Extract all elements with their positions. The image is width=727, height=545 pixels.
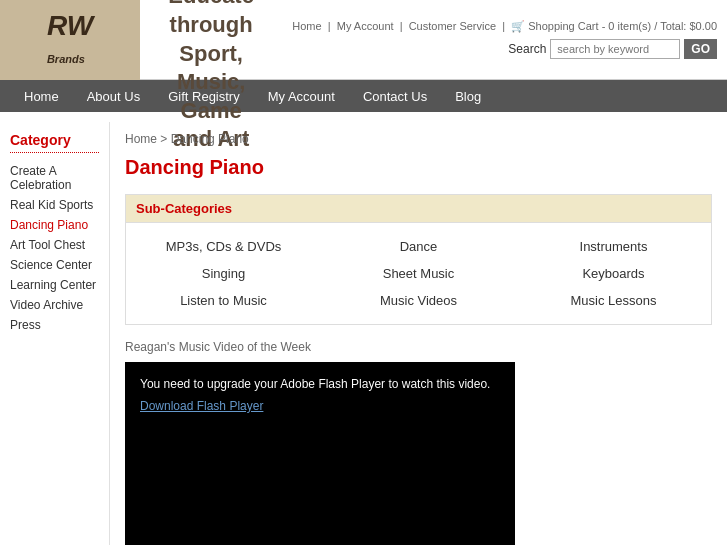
- search-go-button[interactable]: GO: [684, 39, 717, 59]
- subcategories-box: Sub-Categories MP3s, CDs & DVDs Dance In…: [125, 194, 712, 325]
- home-link[interactable]: Home: [292, 20, 321, 32]
- page-title: Dancing Piano: [125, 156, 712, 179]
- main-content: Home > Dancing Piano Dancing Piano Sub-C…: [110, 122, 727, 545]
- nav-home[interactable]: Home: [10, 80, 73, 112]
- sidebar-link-video-archive[interactable]: Video Archive: [10, 295, 99, 315]
- search-label: Search: [508, 42, 546, 56]
- sidebar-link-dancing-piano[interactable]: Dancing Piano: [10, 215, 99, 235]
- subcat-keyboards[interactable]: Keyboards: [516, 260, 711, 287]
- top-right: Home | My Account | Customer Service | 🛒…: [282, 12, 727, 67]
- cart-items: 0 item(s): [608, 20, 651, 32]
- sidebar-link-art-tool-chest[interactable]: Art Tool Chest: [10, 235, 99, 255]
- sidebar-link-science-center[interactable]: Science Center: [10, 255, 99, 275]
- subcategories-header: Sub-Categories: [126, 195, 711, 223]
- sidebar-link-press[interactable]: Press: [10, 315, 99, 335]
- sidebar-link-real-kid-sports[interactable]: Real Kid Sports: [10, 195, 99, 215]
- top-links: Home | My Account | Customer Service | 🛒…: [292, 20, 717, 33]
- sidebar-category-title: Category: [10, 132, 99, 153]
- sidebar-link-create-a-celebration[interactable]: Create A Celebration: [10, 161, 99, 195]
- subcat-music-lessons[interactable]: Music Lessons: [516, 287, 711, 314]
- flash-player-box: You need to upgrade your Adobe Flash Pla…: [125, 362, 515, 545]
- subcat-singing[interactable]: Singing: [126, 260, 321, 287]
- cart-total: Total: $0.00: [660, 20, 717, 32]
- reagan-title: Reagan's Music Video of the Week: [125, 340, 712, 354]
- subcat-instruments[interactable]: Instruments: [516, 233, 711, 260]
- logo-text: RWBrands: [47, 12, 93, 68]
- subcat-listen-to-music[interactable]: Listen to Music: [126, 287, 321, 314]
- breadcrumb-current: Dancing Piano: [171, 132, 249, 146]
- breadcrumb: Home > Dancing Piano: [125, 132, 712, 146]
- logo: RWBrands: [0, 0, 140, 80]
- navbar: Home About Us Gift Registry My Account C…: [0, 80, 727, 112]
- flash-download-link[interactable]: Download Flash Player: [140, 399, 500, 413]
- flash-upgrade-message: You need to upgrade your Adobe Flash Pla…: [140, 377, 500, 391]
- cart-icon: 🛒: [511, 20, 525, 32]
- my-account-link[interactable]: My Account: [337, 20, 394, 32]
- nav-contact-us[interactable]: Contact Us: [349, 80, 441, 112]
- breadcrumb-home[interactable]: Home: [125, 132, 157, 146]
- video-section: Reagan's Music Video of the Week You nee…: [125, 340, 712, 545]
- subcat-sheet-music[interactable]: Sheet Music: [321, 260, 516, 287]
- nav-my-account[interactable]: My Account: [254, 80, 349, 112]
- subcategories-grid: MP3s, CDs & DVDs Dance Instruments Singi…: [126, 223, 711, 324]
- nav-blog[interactable]: Blog: [441, 80, 495, 112]
- nav-gift-registry[interactable]: Gift Registry: [154, 80, 254, 112]
- subcat-mp3s[interactable]: MP3s, CDs & DVDs: [126, 233, 321, 260]
- cart-label: Shopping Cart -: [528, 20, 605, 32]
- search-input[interactable]: [550, 39, 680, 59]
- sidebar-link-learning-center[interactable]: Learning Center: [10, 275, 99, 295]
- sidebar: Category Create A Celebration Real Kid S…: [0, 122, 110, 545]
- subcat-dance[interactable]: Dance: [321, 233, 516, 260]
- breadcrumb-separator: >: [160, 132, 170, 146]
- subcat-music-videos[interactable]: Music Videos: [321, 287, 516, 314]
- search-row: Search GO: [508, 39, 717, 59]
- customer-service-link[interactable]: Customer Service: [409, 20, 496, 32]
- nav-about-us[interactable]: About Us: [73, 80, 154, 112]
